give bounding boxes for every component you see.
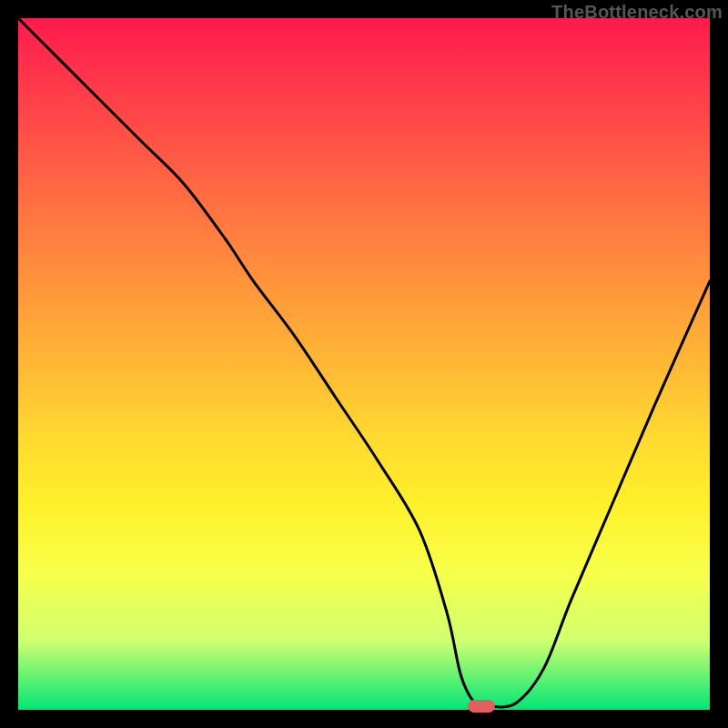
optimum-marker <box>468 700 495 713</box>
watermark-text: TheBottleneck.com <box>551 2 723 23</box>
plot-area <box>18 18 710 710</box>
chart-frame: TheBottleneck.com <box>0 0 728 728</box>
